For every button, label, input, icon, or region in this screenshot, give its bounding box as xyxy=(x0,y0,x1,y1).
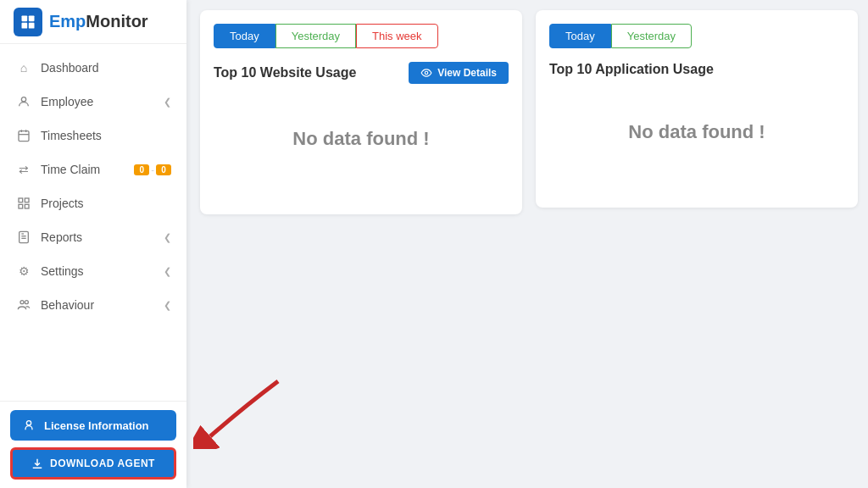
settings-chevron-icon: ❮ xyxy=(164,266,171,277)
report-icon xyxy=(15,229,32,246)
tab-yesterday-app[interactable]: Yesterday xyxy=(611,24,692,48)
website-usage-card: Today Yesterday This week Top 10 Website… xyxy=(200,10,522,214)
sidebar-item-projects[interactable]: Projects xyxy=(0,186,186,220)
sidebar-nav: ⌂ Dashboard Employee ❮ xyxy=(0,44,186,401)
home-icon: ⌂ xyxy=(15,59,32,76)
page-wrapper: EmpMonitor ⌂ Dashboard Employee ❮ xyxy=(0,0,868,488)
app-card-header: Top 10 Application Usage xyxy=(549,62,844,77)
timeclaim-badge: 0 - 0 xyxy=(134,164,171,175)
svg-rect-11 xyxy=(19,204,23,208)
logo-area: EmpMonitor xyxy=(0,0,186,44)
sidebar-item-settings[interactable]: ⚙ Settings ❮ xyxy=(0,254,186,288)
sidebar-label-employee: Employee xyxy=(41,95,164,108)
tab-yesterday-website[interactable]: Yesterday xyxy=(275,24,356,48)
sidebar-label-settings: Settings xyxy=(41,264,164,278)
sidebar: EmpMonitor ⌂ Dashboard Employee ❮ xyxy=(0,0,186,488)
svg-rect-5 xyxy=(19,131,29,141)
tab-today-website[interactable]: Today xyxy=(214,24,275,48)
svg-rect-3 xyxy=(29,22,35,28)
reports-chevron-icon: ❮ xyxy=(164,232,171,243)
tab-today-app[interactable]: Today xyxy=(549,24,611,48)
app-usage-card: Today Yesterday Top 10 Application Usage… xyxy=(536,10,858,208)
people-icon xyxy=(15,297,32,313)
license-icon xyxy=(22,419,36,432)
website-no-data: No data found ! xyxy=(214,94,509,201)
gear-icon: ⚙ xyxy=(15,263,32,280)
sidebar-item-timeclaim[interactable]: ⇄ Time Claim 0 - 0 xyxy=(0,152,186,186)
svg-point-17 xyxy=(20,301,24,304)
svg-rect-1 xyxy=(29,15,35,21)
sidebar-label-projects: Projects xyxy=(41,197,171,210)
main-content: Today Yesterday This week Top 10 Website… xyxy=(186,0,868,488)
svg-point-19 xyxy=(26,421,31,425)
sidebar-item-reports[interactable]: Reports ❮ xyxy=(0,220,186,254)
calendar-icon xyxy=(15,127,32,144)
app-tabs: Today Yesterday xyxy=(549,24,844,48)
swap-icon: ⇄ xyxy=(15,161,32,178)
svg-rect-0 xyxy=(22,15,28,21)
license-information-button[interactable]: License Information xyxy=(10,410,176,441)
website-card-title: Top 10 Website Usage xyxy=(214,65,356,80)
view-details-button[interactable]: View Details xyxy=(409,62,509,84)
grid-icon xyxy=(15,195,32,212)
sidebar-label-timeclaim: Time Claim xyxy=(41,163,131,176)
sidebar-item-timesheets[interactable]: Timesheets xyxy=(0,119,186,152)
svg-point-18 xyxy=(25,301,28,304)
sidebar-item-behaviour[interactable]: Behaviour ❮ xyxy=(0,288,186,322)
sidebar-item-dashboard[interactable]: ⌂ Dashboard xyxy=(0,51,186,85)
website-tabs: Today Yesterday This week xyxy=(214,24,509,48)
app-card-title: Top 10 Application Usage xyxy=(549,62,714,77)
tab-thisweek-website[interactable]: This week xyxy=(356,24,438,48)
sidebar-label-behaviour: Behaviour xyxy=(41,298,164,312)
logo-icon xyxy=(14,8,42,36)
app-no-data: No data found ! xyxy=(549,87,844,194)
svg-rect-9 xyxy=(19,198,23,202)
eye-icon xyxy=(420,67,432,79)
chevron-right-icon: ❮ xyxy=(164,97,171,108)
download-icon xyxy=(31,458,43,469)
behaviour-chevron-icon: ❮ xyxy=(164,300,171,311)
svg-rect-10 xyxy=(25,198,29,202)
sidebar-label-timesheets: Timesheets xyxy=(41,129,171,142)
svg-point-21 xyxy=(425,71,428,75)
svg-rect-2 xyxy=(22,22,28,28)
svg-point-4 xyxy=(21,97,25,102)
download-agent-button[interactable]: DOWNLOAD AGENT xyxy=(10,447,176,480)
svg-rect-12 xyxy=(25,204,29,208)
sidebar-item-employee[interactable]: Employee ❮ xyxy=(0,85,186,119)
logo-text: EmpMonitor xyxy=(49,12,148,31)
sidebar-label-reports: Reports xyxy=(41,230,164,244)
sidebar-label-dashboard: Dashboard xyxy=(41,61,171,75)
website-card-header: Top 10 Website Usage View Details xyxy=(214,62,509,84)
person-icon xyxy=(15,93,32,110)
sidebar-bottom: License Information DOWNLOAD AGENT xyxy=(0,401,186,488)
